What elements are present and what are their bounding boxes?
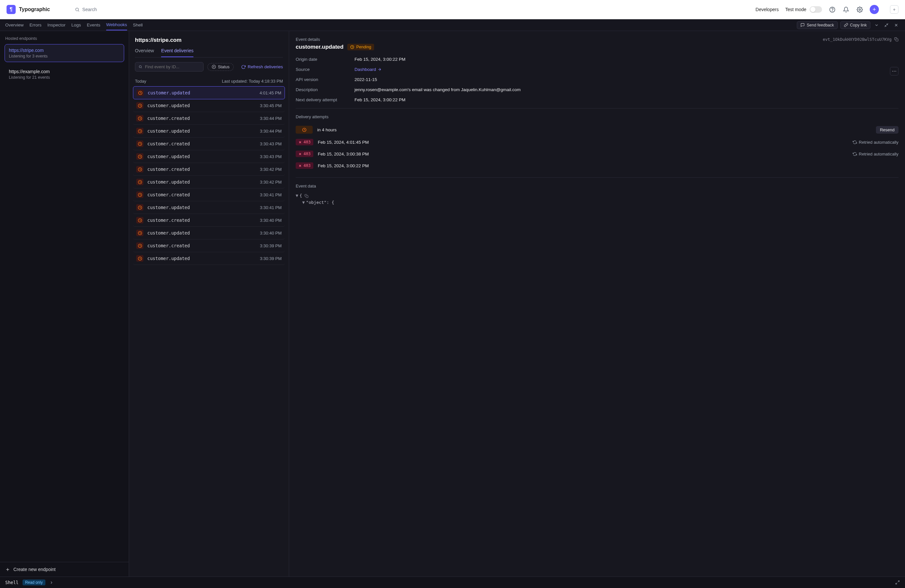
event-name: customer.updated bbox=[148, 179, 190, 185]
search-input[interactable]: Search bbox=[75, 7, 251, 12]
bell-icon[interactable] bbox=[842, 6, 849, 13]
event-row[interactable]: customer.created3:30:44 PM bbox=[133, 112, 285, 125]
event-row[interactable]: customer.created3:30:42 PM bbox=[133, 163, 285, 176]
endpoint-card[interactable]: https://stripe.comListening for 3 events bbox=[5, 44, 124, 62]
origin-date-key: Origin date bbox=[296, 57, 354, 62]
status-filter[interactable]: Status bbox=[208, 63, 233, 71]
topbar: ¶ Typographic Search Developers Test mod… bbox=[0, 0, 905, 19]
delivery-attempts-title: Delivery attempts bbox=[296, 114, 899, 119]
clock-icon bbox=[296, 126, 313, 134]
brand-name: Typographic bbox=[19, 6, 50, 13]
api-version-value: 2022-11-15 bbox=[354, 77, 899, 82]
event-row[interactable]: customer.updated3:30:44 PM bbox=[133, 125, 285, 138]
event-name: customer.created bbox=[148, 166, 190, 172]
event-details-label: Event details bbox=[296, 37, 320, 42]
event-row[interactable]: customer.updated3:30:41 PM bbox=[133, 201, 285, 214]
clock-icon bbox=[136, 102, 143, 109]
endpoint-card[interactable]: https://example.comListening for 21 even… bbox=[5, 65, 124, 83]
tab-inspector[interactable]: Inspector bbox=[48, 20, 66, 30]
event-time: 3:30:43 PM bbox=[260, 154, 282, 159]
close-icon[interactable] bbox=[892, 22, 900, 28]
tab-webhooks[interactable]: Webhooks bbox=[106, 20, 127, 30]
more-menu-button[interactable]: ⋯ bbox=[890, 67, 899, 76]
tab-errors[interactable]: Errors bbox=[29, 20, 41, 30]
event-row[interactable]: customer.created3:30:43 PM bbox=[133, 138, 285, 150]
caret-icon[interactable]: ▼ bbox=[302, 200, 305, 205]
attempt-time: Feb 15, 2024, 4:01:45 PM bbox=[318, 140, 369, 145]
clock-icon bbox=[350, 45, 354, 49]
event-time: 3:30:40 PM bbox=[260, 231, 282, 236]
event-type: customer.updated bbox=[296, 44, 343, 50]
resend-button[interactable]: Resend bbox=[876, 126, 899, 134]
create-button[interactable]: + bbox=[870, 5, 879, 14]
source-key: Source bbox=[296, 67, 354, 72]
clock-icon bbox=[136, 153, 143, 160]
description-key: Description bbox=[296, 87, 354, 92]
subtab-event-deliveries[interactable]: Event deliveries bbox=[161, 48, 194, 57]
help-icon[interactable] bbox=[829, 6, 836, 13]
last-updated: Last updated: Today 4:18:33 PM bbox=[222, 79, 283, 84]
create-endpoint-button[interactable]: Create new endpoint bbox=[0, 562, 129, 577]
svg-point-0 bbox=[75, 8, 78, 11]
search-icon bbox=[138, 65, 143, 69]
shell-bar[interactable]: Shell Read only bbox=[0, 577, 905, 588]
event-name: customer.updated bbox=[148, 103, 190, 108]
sidebar: Hosted endpoints https://stripe.comListe… bbox=[0, 31, 129, 577]
copy-link-button[interactable]: Copy link bbox=[840, 21, 870, 29]
svg-point-4 bbox=[859, 9, 861, 11]
event-name: customer.updated bbox=[148, 154, 190, 159]
search-icon bbox=[75, 7, 80, 12]
find-event-field[interactable] bbox=[145, 64, 200, 69]
tab-shell[interactable]: Shell bbox=[133, 20, 143, 30]
collapse-icon[interactable] bbox=[883, 22, 890, 28]
svg-rect-30 bbox=[896, 39, 898, 41]
tab-logs[interactable]: Logs bbox=[71, 20, 81, 30]
search-placeholder: Search bbox=[83, 7, 97, 12]
add-panel-button[interactable]: + bbox=[890, 5, 899, 14]
tab-overview[interactable]: Overview bbox=[5, 20, 24, 30]
event-row[interactable]: customer.updated4:01:45 PM bbox=[133, 86, 285, 99]
svg-line-42 bbox=[896, 583, 897, 584]
send-feedback-button[interactable]: Send feedback bbox=[797, 21, 837, 29]
copy-icon[interactable] bbox=[894, 37, 899, 41]
svg-line-5 bbox=[887, 23, 888, 24]
chevron-down-icon[interactable] bbox=[873, 22, 880, 28]
chat-icon bbox=[800, 23, 805, 27]
developers-link[interactable]: Developers bbox=[756, 7, 779, 12]
event-row[interactable]: customer.updated3:30:43 PM bbox=[133, 150, 285, 163]
description-value: jenny.rosen@example.com's email was chan… bbox=[354, 87, 899, 92]
source-link[interactable]: Dashboard bbox=[354, 67, 899, 72]
event-row[interactable]: customer.created3:30:40 PM bbox=[133, 214, 285, 227]
topbar-right: Developers Test mode + + bbox=[756, 5, 899, 14]
event-row[interactable]: customer.updated3:30:40 PM bbox=[133, 227, 285, 239]
subtab-overview[interactable]: Overview bbox=[135, 48, 154, 57]
refresh-label: Refresh deliveries bbox=[248, 64, 283, 69]
status-label: Status bbox=[218, 65, 229, 69]
event-name: customer.updated bbox=[148, 205, 190, 210]
event-id: evt_1OkDukHXYD02BwlSTcuU7KVg bbox=[822, 37, 892, 42]
caret-icon[interactable]: ▼ bbox=[296, 193, 298, 198]
copy-icon[interactable] bbox=[305, 194, 308, 198]
event-name: customer.created bbox=[148, 141, 190, 146]
event-time: 3:30:44 PM bbox=[260, 116, 282, 121]
event-data-json[interactable]: ▼{ ▼"object": { bbox=[296, 192, 899, 206]
toggle-pill[interactable] bbox=[810, 6, 822, 13]
event-name: customer.updated bbox=[148, 90, 190, 95]
event-row[interactable]: customer.updated3:30:39 PM bbox=[133, 252, 285, 265]
link-icon bbox=[844, 23, 848, 27]
tab-events[interactable]: Events bbox=[87, 20, 100, 30]
endpoint-url: https://example.com bbox=[9, 69, 120, 74]
event-row[interactable]: customer.updated3:30:42 PM bbox=[133, 176, 285, 189]
gear-icon[interactable] bbox=[856, 6, 863, 13]
refresh-deliveries[interactable]: Refresh deliveries bbox=[241, 64, 283, 69]
expand-icon[interactable] bbox=[895, 580, 900, 585]
find-event-input[interactable] bbox=[135, 62, 203, 71]
event-row[interactable]: customer.created3:30:39 PM bbox=[133, 239, 285, 252]
api-version-key: API version bbox=[296, 77, 354, 82]
event-row[interactable]: customer.created3:30:41 PM bbox=[133, 189, 285, 201]
test-mode-toggle[interactable]: Test mode bbox=[785, 6, 822, 13]
event-row[interactable]: customer.updated3:30:45 PM bbox=[133, 99, 285, 112]
delivery-attempt-row: 403Feb 15, 2024, 3:00:38 PMRetried autom… bbox=[296, 148, 899, 160]
event-list[interactable]: customer.updated4:01:45 PMcustomer.updat… bbox=[129, 86, 289, 577]
event-name: customer.created bbox=[148, 192, 190, 197]
